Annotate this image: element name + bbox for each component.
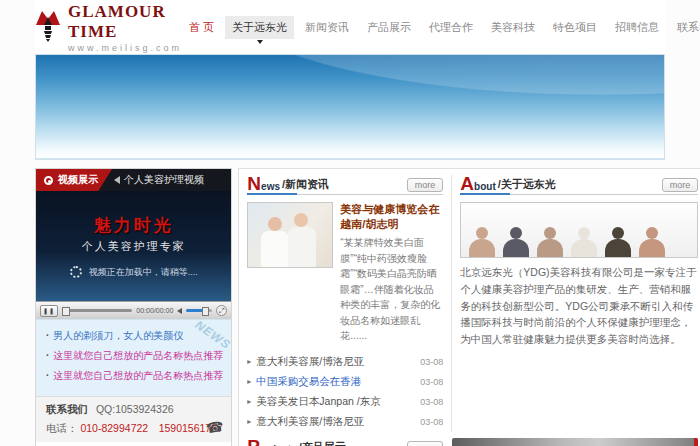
nav-item-about[interactable]: 关于远东光 bbox=[225, 16, 294, 39]
fullscreen-button[interactable]: ⤢ bbox=[216, 305, 227, 316]
side-news-item[interactable]: ·这里就您自己想放的产品名称热点推荐 bbox=[46, 349, 223, 363]
about-title-initial: A bbox=[460, 176, 474, 192]
products-section: P roducts /产品展示 more 你还在用“擦”的保养品吗？Nano J… bbox=[247, 438, 698, 446]
news-section: N ews /新闻资讯 more 美容与健康博览会在越南/胡志明 “某某牌特效美… bbox=[247, 175, 443, 432]
team-photo bbox=[460, 202, 698, 258]
nav-item-news[interactable]: 新闻资讯 bbox=[298, 16, 356, 39]
bullet-icon: · bbox=[46, 370, 49, 381]
news-title-cn: /新闻资讯 bbox=[282, 177, 329, 192]
video-tab-label: 视频展示 bbox=[58, 173, 98, 187]
products-more-button[interactable]: more bbox=[407, 441, 444, 446]
news-list-item[interactable]: ▸意大利美容展/博洛尼亚03-08 bbox=[247, 352, 443, 372]
content-panel: N ews /新闻资讯 more 美容与健康博览会在越南/胡志明 “某某牌特效美… bbox=[238, 168, 700, 446]
featured-news-title[interactable]: 美容与健康博览会在越南/胡志明 bbox=[340, 202, 443, 232]
about-title-rest: bout bbox=[474, 181, 496, 192]
video-overlay-subtitle: 个人美容护理专家 bbox=[82, 239, 186, 254]
products-title-initial: P bbox=[247, 439, 260, 446]
video-loading-text: 视频正在加载中，请稍等.... bbox=[89, 266, 198, 279]
phone-label: 电话： bbox=[46, 422, 78, 434]
nav-item-jobs[interactable]: 招聘信息 bbox=[608, 16, 666, 39]
news-photo bbox=[247, 202, 333, 268]
volume-slider[interactable] bbox=[186, 309, 212, 312]
nav-item-beauty-tech[interactable]: 美容科技 bbox=[484, 16, 542, 39]
news-title-initial: N bbox=[247, 176, 261, 192]
product-thumbnails-strip: nano M.S bbox=[452, 438, 698, 446]
nav-item-featured[interactable]: 特色项目 bbox=[546, 16, 604, 39]
play-icon bbox=[44, 176, 53, 185]
bullet-icon: · bbox=[46, 330, 49, 341]
logo-subtitle: www.meilisg.com bbox=[68, 43, 182, 53]
products-title-cn: /产品展示 bbox=[299, 440, 346, 446]
contact-qq: QQ:1053924326 bbox=[96, 403, 174, 415]
video-controls: ❚❚ 00:00/00:00 ⤢ bbox=[36, 301, 231, 319]
video-player[interactable]: 魅力时光 个人美容护理专家 视频正在加载中，请稍等.... bbox=[36, 191, 231, 301]
news-more-button[interactable]: more bbox=[407, 178, 444, 192]
about-section-header: A bout /关于远东光 more bbox=[460, 175, 698, 195]
seek-slider[interactable] bbox=[62, 309, 132, 312]
arrow-icon: ▸ bbox=[247, 357, 251, 366]
arrow-icon: ▸ bbox=[247, 397, 251, 406]
nav-item-products[interactable]: 产品展示 bbox=[360, 16, 418, 39]
video-tab[interactable]: 视频展示 bbox=[36, 169, 112, 191]
side-news-item[interactable]: ·这里就您自己想放的产品名称热点推荐 bbox=[46, 369, 223, 383]
speaker-icon bbox=[114, 176, 120, 184]
contact-label: 联系我们 bbox=[46, 403, 88, 415]
products-section-header: P roducts /产品展示 more bbox=[247, 438, 443, 446]
pause-button[interactable]: ❚❚ bbox=[40, 305, 58, 317]
logo-title: GLAMOUR TIME bbox=[68, 2, 182, 42]
video-overlay-title: 魅力时光 bbox=[94, 214, 174, 237]
featured-news[interactable]: 美容与健康博览会在越南/胡志明 “某某牌特效美白面膜”“纯中药强效瘦脸霜”“数码… bbox=[247, 202, 443, 344]
news-title-rest: ews bbox=[261, 181, 280, 192]
arrow-icon: ▸ bbox=[247, 377, 251, 386]
news-list-item[interactable]: ▸中国采购交易会在香港03-08 bbox=[247, 372, 443, 392]
logo-icon bbox=[35, 10, 61, 44]
arrow-icon: ▸ bbox=[247, 417, 251, 426]
time-display: 00:00/00:00 bbox=[136, 307, 173, 314]
about-title-cn: /关于远东光 bbox=[498, 177, 556, 192]
news-list-item[interactable]: ▸意大利美容展/博洛尼亚03-08 bbox=[247, 412, 443, 432]
news-section-header: N ews /新闻资讯 more bbox=[247, 175, 443, 195]
video-header: 视频展示 个人美容护理视频 bbox=[36, 169, 231, 191]
featured-news-excerpt: “某某牌特效美白面膜”“纯中药强效瘦脸霜”“数码美白晶亮防晒眼霜”…伴随着化妆品… bbox=[340, 235, 443, 344]
side-news-box: NEWS ·男人的剃须刀，女人的美颜仪 ·这里就您自己想放的产品名称热点推荐 ·… bbox=[36, 319, 231, 396]
nav-item-contact[interactable]: 联系我们 bbox=[670, 16, 700, 39]
loading-spinner-icon bbox=[70, 266, 82, 278]
about-section: A bout /关于远东光 more 北京远东光（YDG)美容科技有限公司是一家… bbox=[460, 175, 698, 432]
logo[interactable]: GLAMOUR TIME www.meilisg.com bbox=[35, 2, 182, 53]
video-title: 个人美容护理视频 bbox=[124, 173, 204, 187]
site-header: GLAMOUR TIME www.meilisg.com 首 页 关于远东光 新… bbox=[35, 0, 665, 54]
main-nav: 首 页 关于远东光 新闻资讯 产品展示 代理合作 美容科技 特色项目 招聘信息 … bbox=[182, 16, 700, 39]
contact-box: 联系我们 QQ:1053924326 电话： 010-82994722 1590… bbox=[36, 396, 231, 442]
bullet-icon: · bbox=[46, 350, 49, 361]
about-text: 北京远东光（YDG)美容科技有限公司是一家专注于个人健康美容护理产品的集研发、生… bbox=[460, 264, 698, 348]
vertical-divider bbox=[451, 175, 452, 432]
phone-icon: ☎ bbox=[205, 418, 225, 437]
news-list: ▸意大利美容展/博洛尼亚03-08 ▸中国采购交易会在香港03-08 ▸美容美发… bbox=[247, 352, 443, 432]
news-list-item[interactable]: ▸美容美发日本Janpan /东京03-08 bbox=[247, 392, 443, 412]
phone-numbers: 010-82994722 15901561767 bbox=[80, 422, 222, 434]
volume-icon bbox=[177, 308, 182, 314]
video-panel: 视频展示 个人美容护理视频 魅力时光 个人美容护理专家 视频正在加载中，请稍等.… bbox=[35, 168, 232, 446]
nav-item-home[interactable]: 首 页 bbox=[182, 16, 221, 39]
about-more-button[interactable]: more bbox=[662, 178, 699, 192]
nav-item-agency[interactable]: 代理合作 bbox=[422, 16, 480, 39]
hero-banner bbox=[35, 54, 665, 160]
